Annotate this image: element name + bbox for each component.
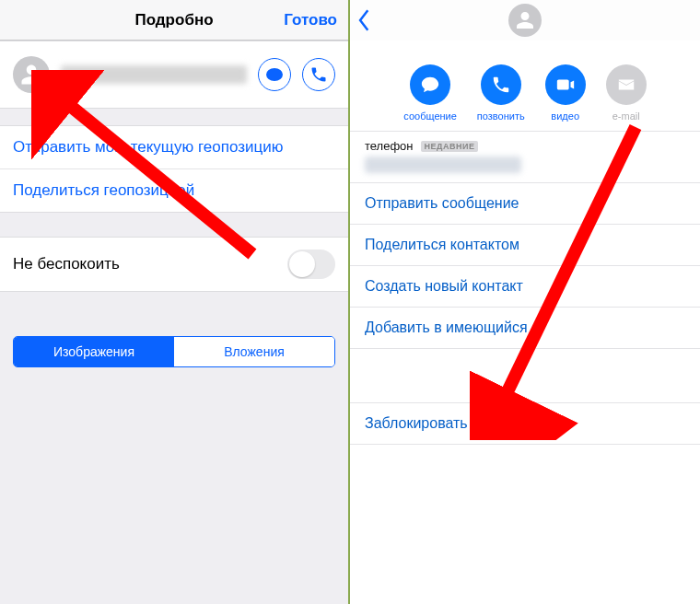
segment-attachments[interactable]: Вложения [174,337,334,366]
dnd-switch[interactable] [287,250,335,279]
phone-icon [309,65,328,84]
phone-field-label: телефон [365,139,414,153]
chevron-left-icon [356,7,374,33]
action-email: e-mail [606,64,647,122]
action-message-label: сообщение [403,110,457,122]
phone-number-blurred [365,157,521,173]
contact-card-pane: сообщение позвонить видео e-mail телефон… [350,0,700,604]
details-pane: Подробно Готово Отправить мою текущую ге… [0,0,350,604]
create-contact-row[interactable]: Создать новый контакт [350,265,700,307]
call-button[interactable] [302,58,335,91]
action-buttons-row: сообщение позвонить видео e-mail [350,41,700,131]
action-video-label: видео [551,110,579,122]
share-location-row[interactable]: Поделиться геопозицией [0,169,348,213]
dnd-label: Не беспокоить [13,255,120,273]
block-contact-row[interactable]: Заблокировать абонента [350,402,700,445]
video-icon [555,75,576,95]
back-button[interactable] [356,7,374,37]
message-button[interactable] [258,58,291,91]
left-header: Подробно Готово [0,0,348,41]
message-icon [420,75,440,95]
avatar-icon [13,56,50,93]
action-call-label: позвонить [477,110,525,122]
phone-section[interactable]: телефон НЕДАВНИЕ [350,131,700,182]
do-not-disturb-row: Не беспокоить [0,237,348,292]
segment-images[interactable]: Изображения [14,337,174,366]
segmented-control[interactable]: Изображения Вложения [13,336,335,367]
add-existing-row[interactable]: Добавить в имеющийся [350,307,700,349]
contact-number-blurred [61,65,247,84]
recent-badge: НЕДАВНИЕ [421,141,479,152]
email-icon [616,75,636,95]
action-message[interactable]: сообщение [403,64,457,122]
action-email-label: e-mail [612,110,640,122]
contact-row[interactable] [0,41,348,109]
send-message-row[interactable]: Отправить сообщение [350,182,700,224]
send-location-row[interactable]: Отправить мою текущую геопозицию [0,125,348,169]
phone-icon [491,75,511,95]
right-header [350,0,700,41]
chat-bubble-icon [266,68,283,81]
action-call[interactable]: позвонить [477,64,525,122]
action-video[interactable]: видео [545,64,586,122]
done-button[interactable]: Готово [284,11,337,29]
share-contact-row[interactable]: Поделиться контактом [350,224,700,265]
contact-avatar-icon [508,4,542,37]
details-title: Подробно [134,11,213,29]
